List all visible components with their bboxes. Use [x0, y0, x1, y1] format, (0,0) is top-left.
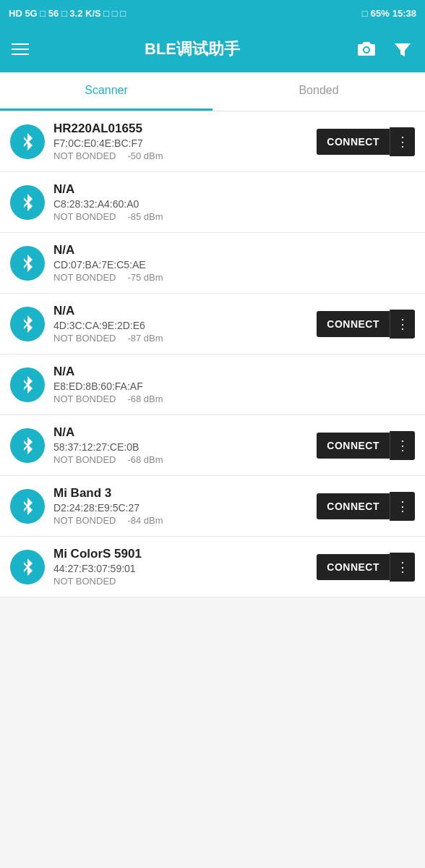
device-status-row: NOT BONDED -50 dBm	[53, 150, 317, 161]
device-item: Mi ColorS 5901 44:27:F3:07:59:01 NOT BON…	[0, 537, 425, 597]
camera-button[interactable]	[356, 38, 377, 60]
bluetooth-icon-5	[10, 367, 45, 402]
device-name: Mi ColorS 5901	[53, 547, 317, 561]
more-button[interactable]: ⋮	[390, 431, 415, 460]
header-icons	[356, 38, 413, 60]
device-status-row: NOT BONDED	[53, 576, 317, 587]
tab-bonded[interactable]: Bonded	[212, 72, 425, 111]
device-bonded: NOT BONDED	[53, 576, 116, 587]
device-status-row: NOT BONDED -68 dBm	[53, 393, 350, 404]
device-actions: CONNECT ⋮	[317, 553, 415, 582]
device-info-7: Mi Band 3 D2:24:28:E9:5C:27 NOT BONDED -…	[53, 486, 317, 526]
bluetooth-icon-2	[10, 185, 45, 220]
connect-button[interactable]: CONNECT	[317, 493, 390, 519]
device-name: N/A	[53, 425, 317, 440]
bluetooth-icon-7	[10, 489, 45, 524]
device-status-row: NOT BONDED -68 dBm	[53, 454, 317, 465]
bluetooth-icon-3	[10, 246, 45, 281]
device-info-6: N/A 58:37:12:27:CE:0B NOT BONDED -68 dBm	[53, 425, 317, 465]
device-mac: D2:24:28:E9:5C:27	[53, 502, 317, 514]
device-rssi: -84 dBm	[127, 515, 163, 526]
device-rssi: -68 dBm	[127, 393, 163, 404]
time: 15:38	[392, 8, 416, 19]
status-right: □ 65% 15:38	[362, 8, 416, 19]
device-actions: CONNECT ⋮	[317, 492, 415, 521]
device-name: N/A	[53, 243, 350, 258]
device-mac: 44:27:F3:07:59:01	[53, 563, 317, 574]
connect-button[interactable]: CONNECT	[317, 129, 390, 155]
device-info-2: N/A C8:28:32:A4:60:A0 NOT BONDED -85 dBm	[53, 182, 350, 222]
device-status-row: NOT BONDED -85 dBm	[53, 211, 350, 222]
status-bar: HD 5G □ 56 □ 3.2 K/S □ □ □ □ 65% 15:38	[0, 0, 425, 26]
device-rssi: -87 dBm	[127, 333, 163, 344]
device-mac: CD:07:BA:7E:C5:AE	[53, 259, 350, 271]
device-item: N/A 4D:3C:CA:9E:2D:E6 NOT BONDED -87 dBm…	[0, 294, 425, 354]
device-mac: E8:ED:8B:60:FA:AF	[53, 380, 350, 392]
bluetooth-icon-6	[10, 428, 45, 463]
device-mac: 58:37:12:27:CE:0B	[53, 441, 317, 453]
app-title: BLE调试助手	[145, 38, 240, 60]
device-rssi: -85 dBm	[127, 211, 163, 222]
device-rssi: -68 dBm	[127, 454, 163, 465]
connect-button[interactable]: CONNECT	[317, 433, 390, 459]
bluetooth-icon-1	[10, 124, 45, 159]
filter-button[interactable]	[392, 38, 413, 60]
device-status-row: NOT BONDED -87 dBm	[53, 333, 317, 344]
device-info-5: N/A E8:ED:8B:60:FA:AF NOT BONDED -68 dBm	[53, 365, 350, 404]
tab-scanner[interactable]: Scanner	[0, 72, 212, 111]
battery-icon: □	[362, 8, 368, 19]
device-actions: CONNECT ⋮	[317, 310, 415, 339]
bluetooth-icon-4	[10, 307, 45, 341]
device-bonded: NOT BONDED	[53, 333, 116, 344]
device-item: N/A E8:ED:8B:60:FA:AF NOT BONDED -68 dBm	[0, 354, 425, 415]
device-item: N/A 58:37:12:27:CE:0B NOT BONDED -68 dBm…	[0, 415, 425, 476]
device-name: N/A	[53, 304, 317, 318]
status-left: HD 5G □ 56 □ 3.2 K/S □ □ □	[9, 8, 126, 19]
device-mac: 4D:3C:CA:9E:2D:E6	[53, 320, 317, 331]
device-item: N/A C8:28:32:A4:60:A0 NOT BONDED -85 dBm	[0, 172, 425, 233]
device-name: Mi Band 3	[53, 486, 317, 501]
device-rssi: -50 dBm	[127, 150, 163, 161]
device-mac: F7:0C:E0:4E:BC:F7	[53, 137, 317, 149]
device-item: HR220AL01655 F7:0C:E0:4E:BC:F7 NOT BONDE…	[0, 111, 425, 172]
menu-button[interactable]	[12, 40, 29, 59]
device-info-1: HR220AL01655 F7:0C:E0:4E:BC:F7 NOT BONDE…	[53, 122, 317, 161]
bluetooth-icon-8	[10, 550, 45, 584]
device-info-3: N/A CD:07:BA:7E:C5:AE NOT BONDED -75 dBm	[53, 243, 350, 283]
connect-button[interactable]: CONNECT	[317, 311, 390, 337]
device-rssi: -75 dBm	[127, 272, 163, 283]
device-name: N/A	[53, 182, 350, 197]
device-status-row: NOT BONDED -84 dBm	[53, 515, 317, 526]
device-actions: CONNECT ⋮	[317, 127, 415, 156]
device-mac: C8:28:32:A4:60:A0	[53, 198, 350, 210]
device-bonded: NOT BONDED	[53, 454, 116, 465]
device-bonded: NOT BONDED	[53, 515, 116, 526]
device-bonded: NOT BONDED	[53, 393, 116, 404]
battery-percent: 65%	[371, 8, 390, 19]
device-bonded: NOT BONDED	[53, 272, 116, 283]
device-bonded: NOT BONDED	[53, 150, 116, 161]
header: BLE调试助手	[0, 26, 425, 72]
device-status-row: NOT BONDED -75 dBm	[53, 272, 350, 283]
more-button[interactable]: ⋮	[390, 492, 415, 521]
connect-button[interactable]: CONNECT	[317, 554, 390, 580]
device-bonded: NOT BONDED	[53, 211, 116, 222]
device-item: Mi Band 3 D2:24:28:E9:5C:27 NOT BONDED -…	[0, 476, 425, 537]
more-button[interactable]: ⋮	[390, 310, 415, 339]
tabs: Scanner Bonded	[0, 72, 425, 111]
status-icons: HD 5G □ 56 □ 3.2 K/S □ □ □	[9, 8, 126, 19]
device-info-8: Mi ColorS 5901 44:27:F3:07:59:01 NOT BON…	[53, 547, 317, 587]
device-item: N/A CD:07:BA:7E:C5:AE NOT BONDED -75 dBm	[0, 233, 425, 294]
device-name: N/A	[53, 365, 350, 379]
more-button[interactable]: ⋮	[390, 553, 415, 582]
device-info-4: N/A 4D:3C:CA:9E:2D:E6 NOT BONDED -87 dBm	[53, 304, 317, 344]
device-list: HR220AL01655 F7:0C:E0:4E:BC:F7 NOT BONDE…	[0, 111, 425, 597]
device-name: HR220AL01655	[53, 122, 317, 136]
device-actions: CONNECT ⋮	[317, 431, 415, 460]
more-button[interactable]: ⋮	[390, 127, 415, 156]
